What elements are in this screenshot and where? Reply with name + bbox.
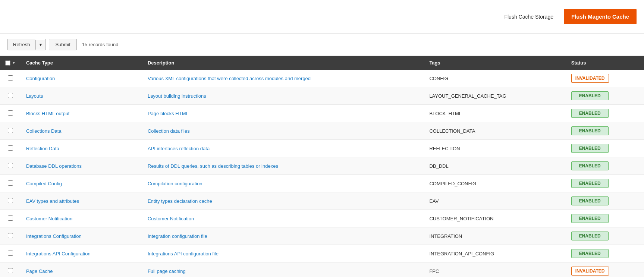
row-tags: REFLECTION [424, 140, 566, 157]
row-status: ENABLED [566, 245, 644, 262]
header-dropdown-arrow[interactable]: ▼ [12, 61, 16, 65]
description-link[interactable]: Page blocks HTML [148, 111, 189, 116]
description-link[interactable]: Collection data files [148, 128, 190, 134]
status-badge: ENABLED [571, 214, 609, 223]
row-cache-type: EAV types and attributes [21, 192, 142, 210]
row-checkbox[interactable] [8, 128, 13, 133]
flush-magento-cache-button[interactable]: Flush Magento Cache [564, 9, 637, 24]
row-checkbox-cell [0, 175, 21, 192]
row-tags: LAYOUT_GENERAL_CACHE_TAG [424, 87, 566, 105]
row-cache-type: Database DDL operations [21, 157, 142, 175]
table-row: Integrations Configuration Integration c… [0, 227, 644, 245]
table-header-checkbox: ▼ [0, 56, 21, 70]
cache-type-link[interactable]: Blocks HTML output [26, 111, 70, 116]
row-checkbox-cell [0, 105, 21, 122]
status-badge: ENABLED [571, 249, 609, 258]
cache-type-link[interactable]: Collections Data [26, 128, 62, 134]
row-checkbox[interactable] [8, 93, 13, 98]
table-header-status: Status [566, 56, 644, 70]
table-row: EAV types and attributes Entity types de… [0, 192, 644, 210]
row-tags: CUSTOMER_NOTIFICATION [424, 210, 566, 227]
select-all-checkbox[interactable] [5, 60, 10, 66]
description-link[interactable]: Various XML configurations that were col… [148, 76, 311, 81]
cache-type-link[interactable]: EAV types and attributes [26, 198, 79, 204]
description-link[interactable]: Integrations API configuration file [148, 251, 219, 256]
row-description: Customer Notification [142, 210, 424, 227]
description-link[interactable]: Entity types declaration cache [148, 198, 212, 204]
table-row: Blocks HTML output Page blocks HTML BLOC… [0, 105, 644, 122]
row-tags: EAV [424, 192, 566, 210]
row-checkbox[interactable] [8, 251, 13, 256]
row-description: Integrations API configuration file [142, 245, 424, 262]
status-badge: ENABLED [571, 161, 609, 170]
row-description: Page blocks HTML [142, 105, 424, 122]
description-link[interactable]: Full page caching [148, 268, 186, 274]
table-row: Configuration Various XML configurations… [0, 70, 644, 87]
row-description: Full page caching [142, 262, 424, 277]
table-row: Database DDL operations Results of DDL q… [0, 157, 644, 175]
row-checkbox[interactable] [8, 268, 13, 273]
row-cache-type: Compiled Config [21, 175, 142, 192]
description-link[interactable]: Customer Notification [148, 216, 194, 221]
cache-type-link[interactable]: Configuration [26, 76, 55, 81]
table-header-tags: Tags [424, 56, 566, 70]
row-status: ENABLED [566, 87, 644, 105]
row-cache-type: Page Cache [21, 262, 142, 277]
row-cache-type: Layouts [21, 87, 142, 105]
submit-button[interactable]: Submit [49, 39, 76, 50]
flush-cache-storage-button[interactable]: Flush Cache Storage [498, 14, 559, 20]
description-link[interactable]: Integration configuration file [148, 233, 207, 239]
row-description: API interfaces reflection data [142, 140, 424, 157]
description-link[interactable]: API interfaces reflection data [148, 146, 210, 151]
row-checkbox[interactable] [8, 180, 13, 186]
cache-type-link[interactable]: Reflection Data [26, 146, 59, 151]
description-link[interactable]: Compilation configuration [148, 181, 202, 186]
row-checkbox[interactable] [8, 163, 13, 168]
cache-management-table: ▼ Cache Type Description Tags Status Con… [0, 56, 644, 277]
row-cache-type: Integrations API Configuration [21, 245, 142, 262]
top-bar: Flush Cache Storage Flush Magento Cache [0, 0, 644, 34]
row-checkbox-cell [0, 157, 21, 175]
row-status: ENABLED [566, 192, 644, 210]
row-cache-type: Collections Data [21, 122, 142, 140]
refresh-button-group: Refresh ▼ [7, 39, 46, 50]
cache-type-link[interactable]: Page Cache [26, 268, 53, 274]
records-count: 15 records found [82, 42, 119, 47]
row-checkbox[interactable] [8, 215, 13, 221]
row-checkbox[interactable] [8, 145, 13, 151]
row-cache-type: Integrations Configuration [21, 227, 142, 245]
row-checkbox[interactable] [8, 198, 13, 203]
cache-type-link[interactable]: Customer Notification [26, 216, 72, 221]
row-status: ENABLED [566, 175, 644, 192]
row-checkbox-cell [0, 262, 21, 277]
row-checkbox-cell [0, 245, 21, 262]
row-cache-type: Reflection Data [21, 140, 142, 157]
status-badge: ENABLED [571, 179, 609, 188]
description-link[interactable]: Layout building instructions [148, 93, 206, 99]
row-checkbox[interactable] [8, 75, 13, 81]
cache-type-link[interactable]: Compiled Config [26, 181, 62, 186]
description-link[interactable]: Results of DDL queries, such as describi… [148, 163, 278, 169]
table-header-row: ▼ Cache Type Description Tags Status [0, 56, 644, 70]
row-status: ENABLED [566, 122, 644, 140]
row-checkbox[interactable] [8, 110, 13, 116]
table-row: Integrations API Configuration Integrati… [0, 245, 644, 262]
row-cache-type: Customer Notification [21, 210, 142, 227]
row-checkbox-cell [0, 140, 21, 157]
refresh-button[interactable]: Refresh [8, 39, 35, 50]
status-badge: ENABLED [571, 232, 609, 240]
row-tags: INTEGRATION_API_CONFIG [424, 245, 566, 262]
table-row: Customer Notification Customer Notificat… [0, 210, 644, 227]
refresh-dropdown-button[interactable]: ▼ [35, 40, 46, 50]
row-status: ENABLED [566, 157, 644, 175]
cache-type-link[interactable]: Integrations Configuration [26, 233, 82, 239]
status-badge: ENABLED [571, 109, 609, 118]
row-checkbox[interactable] [8, 233, 13, 238]
row-description: Results of DDL queries, such as describi… [142, 157, 424, 175]
row-status: ENABLED [566, 140, 644, 157]
status-badge: ENABLED [571, 126, 609, 135]
cache-type-link[interactable]: Database DDL operations [26, 163, 82, 169]
cache-type-link[interactable]: Layouts [26, 93, 43, 99]
row-status: INVALIDATED [566, 70, 644, 87]
cache-type-link[interactable]: Integrations API Configuration [26, 251, 91, 256]
